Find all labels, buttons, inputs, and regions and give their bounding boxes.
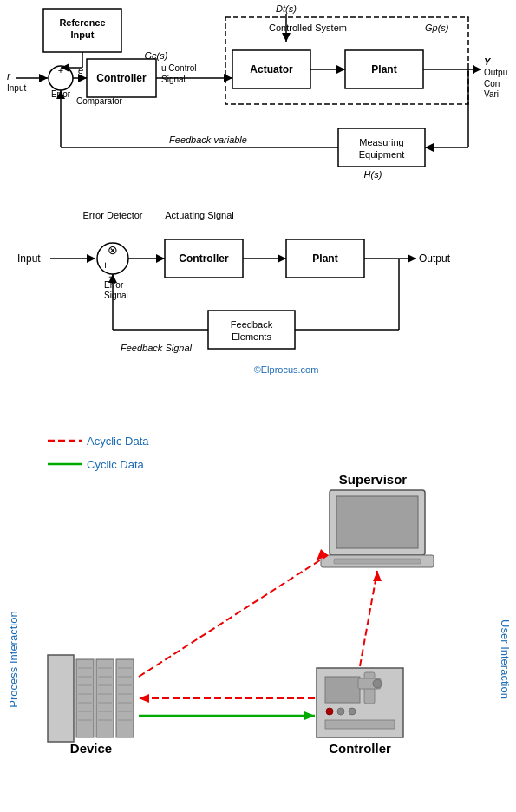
controller-label: Controller <box>96 72 147 84</box>
diag2-plus: + <box>102 259 108 272</box>
svg-marker-39 <box>408 254 416 263</box>
con-vari-label: Con <box>484 79 500 88</box>
svg-marker-29 <box>87 254 95 263</box>
svg-point-82 <box>373 679 382 688</box>
svg-rect-55 <box>96 659 114 737</box>
svg-rect-52 <box>334 559 421 564</box>
minus-sign: − <box>52 77 57 87</box>
dt-s-label: Dt(s) <box>276 3 297 14</box>
svg-rect-86 <box>325 720 395 729</box>
equipment-label: Equipment <box>359 149 405 160</box>
svg-rect-53 <box>48 655 74 742</box>
svg-marker-36 <box>278 254 286 263</box>
y-label: Y <box>484 56 492 67</box>
diag2-plant-label: Plant <box>312 252 337 265</box>
svg-marker-90 <box>373 571 382 581</box>
plant-label: Plant <box>371 63 396 75</box>
u-control-label: u Control <box>161 63 197 73</box>
controller-label-diag3: Controller <box>329 741 391 756</box>
vari-label: Vari <box>484 89 499 99</box>
svg-marker-20 <box>473 65 481 74</box>
controlled-system-label: Controlled System <box>269 23 347 33</box>
svg-rect-56 <box>116 659 134 737</box>
plus-sign: + <box>58 65 63 75</box>
user-interaction-label: User Interaction <box>499 619 512 699</box>
feedback-elements-label: Feedback <box>231 319 273 330</box>
signal-label: Signal <box>161 75 186 84</box>
hs-label: H(s) <box>364 169 382 180</box>
diag2-output-label: Output <box>419 252 451 265</box>
acyclic-data-label: Acyclic Data <box>87 435 149 448</box>
output-label: Outpu <box>484 68 507 77</box>
process-interaction-label: Process Interaction <box>7 611 20 707</box>
svg-line-87 <box>139 555 328 677</box>
svg-line-89 <box>360 571 377 666</box>
device-label: Device <box>70 741 112 756</box>
reference-input-label2: Input <box>71 29 95 40</box>
svg-text:⊗: ⊗ <box>108 243 118 257</box>
diag2-controller-label: Controller <box>179 252 229 265</box>
r-label: r <box>7 70 11 82</box>
feedback-signal-label: Feedback Signal <box>121 343 192 353</box>
reference-input-label: Reference <box>59 17 105 28</box>
svg-rect-50 <box>336 496 418 548</box>
svg-marker-92 <box>139 694 149 703</box>
svg-rect-43 <box>208 311 295 349</box>
svg-point-84 <box>337 708 344 715</box>
feedback-elements-label2: Elements <box>232 331 271 342</box>
actuator-label: Actuator <box>250 63 293 75</box>
measuring-label: Measuring <box>359 137 403 147</box>
svg-rect-79 <box>325 677 360 703</box>
input-label: Input <box>7 83 26 93</box>
diagram3-industrial: Acyclic Data Cyclic Data Process Interac… <box>0 399 516 812</box>
diagram1-control-system: Reference Input Gc(s) Dt(s) Controlled S… <box>0 0 516 191</box>
svg-point-83 <box>326 708 333 715</box>
svg-rect-54 <box>76 659 94 737</box>
diag2-input-label: Input <box>17 252 41 265</box>
diagram2-simplified: Input Error Detector ⊗ + − Error Signal … <box>0 191 516 382</box>
feedback-variable-label: Feedback variable <box>169 134 247 145</box>
gp-s-label: Gp(s) <box>425 23 449 33</box>
error-signal-label2: Signal <box>104 291 128 300</box>
svg-rect-24 <box>338 128 425 167</box>
copyright-label: ©Elprocus.com <box>254 364 319 375</box>
supervisor-label: Supervisor <box>339 472 408 487</box>
svg-marker-33 <box>156 254 165 263</box>
cyclic-data-label: Cyclic Data <box>87 458 145 471</box>
svg-marker-94 <box>304 711 315 720</box>
svg-marker-23 <box>425 143 434 152</box>
svg-point-85 <box>349 708 356 715</box>
error-detector-label: Error Detector <box>82 210 142 220</box>
actuating-signal-label: Actuating Signal <box>165 210 234 220</box>
svg-marker-5 <box>39 74 48 82</box>
